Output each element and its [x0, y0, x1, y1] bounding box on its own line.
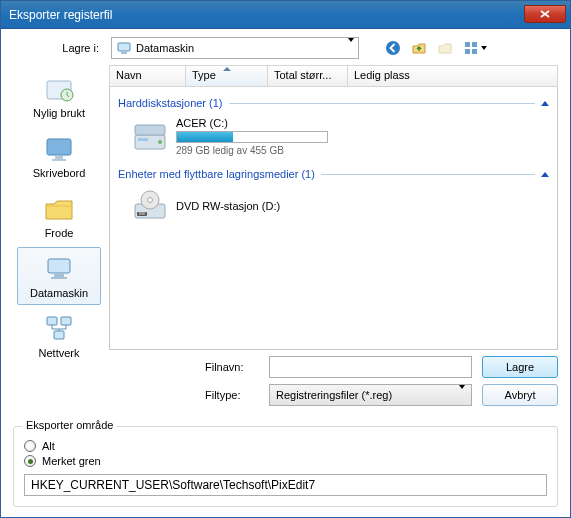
svg-rect-10	[55, 156, 63, 159]
drive-name: ACER (C:)	[176, 117, 328, 129]
drive-item-c[interactable]: ACER (C:) 289 GB ledig av 455 GB	[118, 115, 549, 164]
folder-up-icon	[411, 40, 427, 56]
filename-input[interactable]	[269, 356, 472, 378]
svg-point-2	[386, 41, 400, 55]
dialog-content: Lagre i: Datamaskin	[1, 29, 570, 517]
branch-path-input[interactable]	[24, 474, 547, 496]
group-removable[interactable]: Enheter med flyttbare lagringsmedier (1)	[118, 168, 549, 180]
close-button[interactable]	[524, 5, 566, 23]
back-button[interactable]	[383, 38, 403, 58]
usage-bar	[176, 131, 328, 143]
up-button[interactable]	[409, 38, 429, 58]
location-text: Datamaskin	[136, 42, 194, 54]
svg-rect-15	[47, 317, 57, 325]
place-desktop[interactable]: Skrivebord	[17, 127, 101, 185]
svg-rect-0	[118, 43, 130, 51]
computer-icon	[116, 40, 132, 56]
back-icon	[385, 40, 401, 56]
drive-item-d[interactable]: DVD DVD RW-stasjon (D:)	[118, 186, 549, 232]
svg-rect-1	[121, 52, 127, 54]
view-icon	[463, 40, 479, 56]
column-free-space[interactable]: Ledig plass	[348, 66, 420, 86]
column-name[interactable]: Navn	[110, 66, 186, 86]
filetype-label: Filtype:	[205, 389, 263, 401]
computer-icon	[43, 253, 75, 285]
drive-name: DVD RW-stasjon (D:)	[176, 200, 280, 212]
file-list[interactable]: Harddiskstasjoner (1) ACER (C:) 289 GB l…	[109, 87, 558, 350]
chevron-down-icon	[346, 42, 354, 54]
titlebar[interactable]: Eksporter registerfil	[1, 1, 570, 29]
user-folder-icon	[43, 193, 75, 225]
svg-rect-19	[138, 138, 148, 141]
save-button[interactable]: Lagre	[482, 356, 558, 378]
place-label: Skrivebord	[33, 167, 86, 179]
chevron-down-icon	[481, 46, 487, 50]
svg-rect-3	[465, 42, 470, 47]
toolbar-icons	[383, 38, 489, 58]
hdd-icon	[132, 119, 168, 155]
export-registry-dialog: Eksporter registerfil Lagre i: Datamaski…	[0, 0, 571, 518]
place-label: Nettverk	[39, 347, 80, 359]
place-network[interactable]: Nettverk	[17, 307, 101, 365]
usage-fill	[177, 132, 233, 142]
location-bar: Lagre i: Datamaskin	[47, 37, 558, 59]
svg-point-24	[148, 198, 153, 203]
place-computer[interactable]: Datamaskin	[17, 247, 101, 305]
svg-rect-6	[472, 49, 477, 54]
view-menu-button[interactable]	[461, 38, 489, 58]
new-folder-button[interactable]	[435, 38, 455, 58]
group-hdd[interactable]: Harddiskstasjoner (1)	[118, 97, 549, 109]
filetype-combobox[interactable]: Registreringsfiler (*.reg)	[269, 384, 472, 406]
bottom-fields: Filnavn: Lagre Filtype: Registreringsfil…	[205, 356, 558, 406]
location-combobox[interactable]: Datamaskin	[111, 37, 359, 59]
column-total-size[interactable]: Total størr...	[268, 66, 348, 86]
column-headers: Navn Type Total størr... Ledig plass	[109, 65, 558, 87]
place-user[interactable]: Frode	[17, 187, 101, 245]
group-label: Harddiskstasjoner (1)	[118, 97, 223, 109]
place-label: Datamaskin	[30, 287, 88, 299]
places-bar: Nylig brukt Skrivebord Frode Datamaskin …	[13, 65, 105, 406]
drive-free-text: 289 GB ledig av 455 GB	[176, 145, 328, 156]
svg-rect-9	[47, 139, 71, 155]
svg-text:DVD: DVD	[139, 212, 146, 216]
radio-selected-row[interactable]: Merket gren	[24, 455, 547, 467]
radio-selected[interactable]	[24, 455, 36, 467]
sort-ascending-icon	[223, 67, 231, 71]
recent-icon	[43, 73, 75, 105]
group-box-label: Eksporter område	[22, 419, 117, 431]
cancel-button[interactable]: Avbryt	[482, 384, 558, 406]
svg-rect-13	[54, 274, 64, 277]
main-area: Nylig brukt Skrivebord Frode Datamaskin …	[13, 65, 558, 406]
group-label: Enheter med flyttbare lagringsmedier (1)	[118, 168, 315, 180]
desktop-icon	[43, 133, 75, 165]
svg-rect-12	[48, 259, 70, 273]
close-icon	[540, 10, 550, 18]
radio-all-label: Alt	[42, 440, 55, 452]
network-icon	[43, 313, 75, 345]
svg-rect-11	[52, 159, 66, 161]
place-label: Frode	[45, 227, 74, 239]
svg-point-20	[158, 140, 162, 144]
file-area: Navn Type Total størr... Ledig plass Har…	[109, 65, 558, 406]
export-range-section: Eksporter område Alt Merket gren	[13, 416, 558, 507]
svg-rect-5	[465, 49, 470, 54]
radio-all-row[interactable]: Alt	[24, 440, 547, 452]
export-range-group: Eksporter område Alt Merket gren	[13, 426, 558, 507]
svg-rect-14	[51, 277, 67, 279]
place-recent[interactable]: Nylig brukt	[17, 67, 101, 125]
svg-rect-16	[61, 317, 71, 325]
filename-label: Filnavn:	[205, 361, 263, 373]
dvd-drive-icon: DVD	[132, 188, 168, 224]
collapse-icon	[541, 101, 549, 106]
radio-selected-label: Merket gren	[42, 455, 101, 467]
column-type[interactable]: Type	[186, 66, 268, 86]
new-folder-icon	[437, 40, 453, 56]
window-title: Eksporter registerfil	[9, 8, 524, 22]
save-in-label: Lagre i:	[47, 42, 105, 54]
place-label: Nylig brukt	[33, 107, 85, 119]
chevron-down-icon	[457, 389, 465, 401]
svg-rect-21	[135, 125, 165, 135]
radio-all[interactable]	[24, 440, 36, 452]
filetype-value: Registreringsfiler (*.reg)	[276, 389, 392, 401]
svg-rect-4	[472, 42, 477, 47]
